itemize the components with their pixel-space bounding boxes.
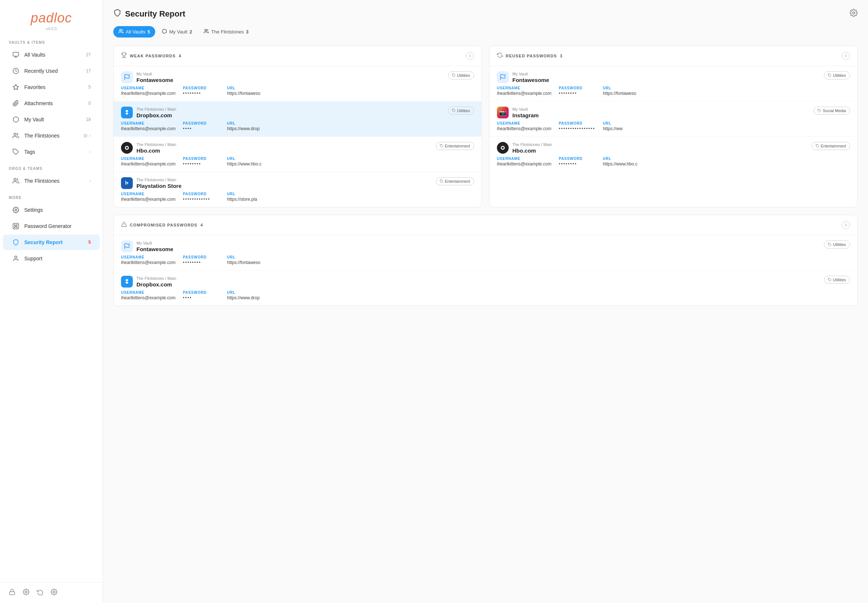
weak-passwords-title: WEAK PASSWORDS bbox=[130, 54, 176, 58]
field-value-url: https://fontaweso bbox=[227, 91, 264, 96]
svg-point-19 bbox=[205, 29, 207, 31]
field-label-password: PASSWORD bbox=[183, 121, 220, 125]
item-tag: Utilities bbox=[824, 240, 850, 249]
field-label-password: PASSWORD bbox=[183, 291, 220, 295]
all-vaults-count: 27 bbox=[86, 52, 91, 57]
svg-point-9 bbox=[17, 225, 17, 226]
tab-all-vaults-label: All Vaults bbox=[126, 29, 145, 34]
field-label-url: URL bbox=[227, 86, 264, 90]
field-label-password: PASSWORD bbox=[183, 86, 220, 90]
item-name: Fontawesome bbox=[136, 77, 173, 83]
field-value-password: •••••••••••••••• bbox=[559, 126, 596, 131]
support-icon bbox=[12, 254, 20, 263]
gear-bottom-icon[interactable] bbox=[23, 589, 29, 597]
field-value-url: https://fontaweso bbox=[603, 91, 640, 96]
item-tag: Utilities bbox=[824, 276, 850, 284]
tab-flintstones-icon bbox=[204, 29, 209, 35]
sidebar-item-recently-used[interactable]: Recently Used 17 bbox=[3, 63, 100, 79]
item-vault: The Flintstones / Main bbox=[136, 276, 176, 281]
item-name: Hbo.com bbox=[512, 147, 552, 154]
compromised-passwords-card: COMPROMISED PASSWORDS 4 i My Vault Fonta… bbox=[113, 215, 858, 306]
field-label-url: URL bbox=[227, 192, 264, 196]
field-label-password: PASSWORD bbox=[183, 192, 220, 196]
item-tag: Entertainment bbox=[436, 142, 474, 150]
list-item[interactable]: My Vault Fontawesome Utilities USERNAME … bbox=[114, 66, 481, 102]
field-label-username: USERNAME bbox=[121, 86, 175, 90]
field-value-password: •••••••••••• bbox=[183, 197, 220, 202]
list-item[interactable]: My Vault Fontawesome Utilities USERNAME … bbox=[489, 66, 857, 102]
tab-flintstones[interactable]: The Flintstones 3 bbox=[199, 26, 254, 37]
list-item[interactable]: The Flintstones / Main Dropbox.com Utili… bbox=[114, 271, 857, 306]
weak-passwords-card: WEAK PASSWORDS 4 i My Vault Fontawesome bbox=[113, 46, 482, 207]
lock-bottom-icon[interactable] bbox=[9, 589, 15, 597]
weak-passwords-header-left: WEAK PASSWORDS 4 bbox=[121, 52, 181, 60]
reused-passwords-title: REUSED PASSWORDS bbox=[506, 54, 557, 58]
app-logo: padloc v4.0.0 bbox=[0, 0, 103, 34]
attachments-label: Attachments bbox=[24, 100, 88, 106]
tab-my-vault[interactable]: My Vault 2 bbox=[157, 26, 197, 37]
list-item[interactable]: My Vault Fontawesome Utilities USERNAME … bbox=[114, 235, 857, 271]
list-item[interactable]: The Flintstones / Main Dropbox.com Utili… bbox=[114, 102, 481, 137]
settings2-bottom-icon[interactable] bbox=[51, 589, 57, 597]
avatar bbox=[121, 177, 133, 189]
list-item[interactable]: The Flintstones / Main Playstation Store… bbox=[114, 172, 481, 207]
list-item[interactable]: The Flintstones / Main Hbo.com Entertain… bbox=[114, 137, 481, 172]
item-vault: The Flintstones / Main bbox=[136, 178, 182, 182]
reused-passwords-card: REUSED PASSWORDS 3 i My Vault Fontawesom… bbox=[489, 46, 858, 207]
compromised-passwords-count: 4 bbox=[200, 223, 203, 227]
field-value-url: https://www.drop bbox=[227, 126, 264, 131]
sidebar-item-orgs-flintstones[interactable]: The Flintstones › bbox=[3, 173, 100, 189]
attachments-count: 0 bbox=[88, 101, 91, 106]
my-vault-label: My Vault bbox=[24, 116, 86, 122]
item-tag: Entertainment bbox=[436, 177, 474, 185]
item-name: Playstation Store bbox=[136, 183, 182, 189]
svg-point-5 bbox=[14, 178, 16, 181]
sidebar-item-support[interactable]: Support bbox=[3, 251, 100, 266]
tab-my-vault-icon bbox=[162, 29, 167, 35]
sidebar-item-my-vault[interactable]: My Vault 18 bbox=[3, 112, 100, 127]
svg-point-15 bbox=[25, 591, 27, 593]
field-label-url: URL bbox=[227, 291, 264, 295]
sidebar-item-the-flintstones[interactable]: The Flintstones ⚙ › bbox=[3, 128, 100, 144]
item-name: Hbo.com bbox=[136, 147, 176, 154]
sidebar-item-all-vaults[interactable]: All Vaults 27 bbox=[3, 47, 100, 62]
sidebar-item-attachments[interactable]: Attachments 0 bbox=[3, 96, 100, 111]
warning-icon bbox=[121, 221, 127, 229]
title-shield-icon bbox=[113, 9, 121, 19]
field-label-password: PASSWORD bbox=[559, 86, 596, 90]
svg-point-16 bbox=[53, 591, 55, 593]
weak-passwords-info-icon[interactable]: i bbox=[466, 52, 474, 60]
compromised-passwords-info-icon[interactable]: i bbox=[842, 221, 850, 229]
tab-all-vaults[interactable]: All Vaults 5 bbox=[113, 26, 155, 37]
item-tag: Utilities bbox=[824, 71, 850, 79]
item-tag: Social Media bbox=[814, 107, 850, 115]
reused-passwords-info-icon[interactable]: i bbox=[842, 52, 850, 60]
compromised-passwords-title: COMPROMISED PASSWORDS bbox=[130, 223, 198, 227]
field-value-password: •••••••• bbox=[183, 161, 220, 167]
sidebar-item-password-generator[interactable]: Password Generator bbox=[3, 218, 100, 234]
sidebar-item-security-report[interactable]: Security Report 5 bbox=[3, 235, 100, 250]
sidebar-item-tags[interactable]: Tags › bbox=[3, 144, 100, 159]
list-item[interactable]: 📷 My Vault Instagram Social Media bbox=[489, 102, 857, 137]
field-label-url: URL bbox=[227, 255, 264, 259]
dice-icon bbox=[12, 222, 20, 230]
sidebar-item-favorites[interactable]: Favorites 5 bbox=[3, 79, 100, 95]
flintstones-chevron-icon: › bbox=[90, 133, 91, 138]
avatar bbox=[121, 107, 133, 118]
sidebar: padloc v4.0.0 VAULTS & ITEMS All Vaults … bbox=[0, 0, 103, 603]
svg-rect-14 bbox=[9, 592, 15, 595]
password-generator-label: Password Generator bbox=[24, 223, 91, 229]
item-name: Dropbox.com bbox=[136, 112, 176, 118]
refresh-bottom-icon[interactable] bbox=[37, 589, 43, 597]
field-label-url: URL bbox=[603, 121, 640, 125]
list-item[interactable]: The Flintstones / Main Hbo.com Entertain… bbox=[489, 137, 857, 172]
settings-icon bbox=[12, 206, 20, 214]
item-vault: My Vault bbox=[136, 72, 173, 76]
main-settings-icon[interactable] bbox=[849, 9, 858, 19]
svg-point-8 bbox=[14, 225, 15, 226]
svg-point-23 bbox=[126, 147, 128, 148]
flintstones-gear-icon[interactable]: ⚙ bbox=[83, 133, 88, 139]
field-value-username: iheartkittens@example.com bbox=[497, 161, 551, 167]
sidebar-item-settings[interactable]: Settings bbox=[3, 202, 100, 218]
shield-icon bbox=[12, 238, 20, 246]
